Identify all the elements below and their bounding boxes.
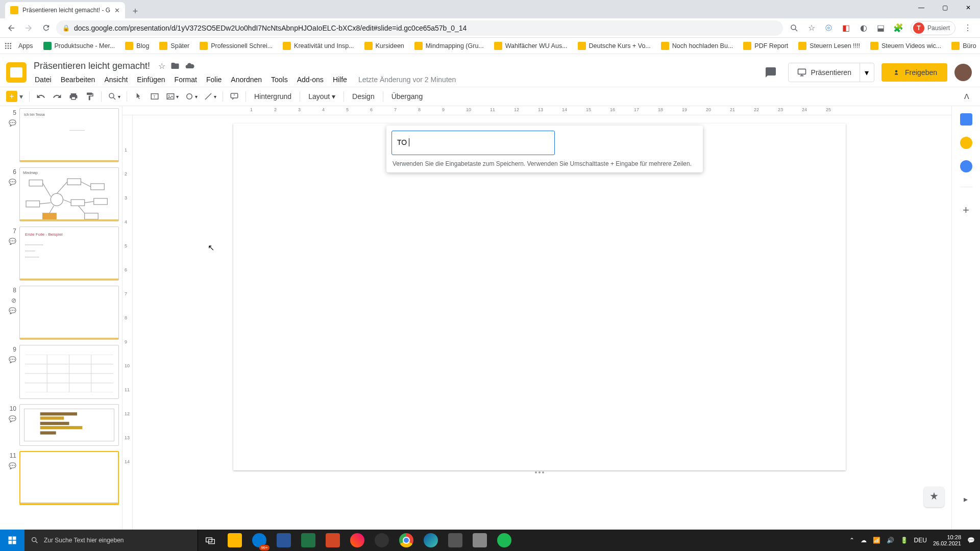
bookmark-wahlfaecher[interactable]: Wahlfächer WU Aus... [490, 40, 572, 52]
cloud-status-icon[interactable] [185, 61, 195, 71]
bookmark-pdf-report[interactable]: PDF Report [739, 40, 792, 52]
slide-thumb-6[interactable]: 6💬 Mindmap [2, 167, 119, 221]
close-tab-icon[interactable]: ✕ [114, 7, 120, 14]
present-button[interactable]: Präsentieren [789, 63, 860, 82]
menu-ansicht[interactable]: Ansicht [100, 73, 132, 86]
textbox-tool[interactable]: T [148, 89, 162, 104]
menu-einfuegen[interactable]: Einfügen [133, 73, 169, 86]
zoom-button[interactable]: ▾ [106, 89, 122, 104]
bookmark-noch-hochladen[interactable]: Noch hochladen Bu... [657, 40, 738, 52]
bookmark-professionell[interactable]: Professionell Schrei... [195, 40, 277, 52]
task-view-button[interactable] [198, 530, 223, 551]
blocker-icon[interactable]: ◧ [841, 23, 851, 33]
explore-button[interactable] [924, 487, 944, 507]
zoom-icon[interactable] [789, 23, 799, 33]
profile-chip[interactable]: T Pausiert [911, 21, 955, 35]
present-dropdown[interactable]: ▾ [860, 63, 874, 82]
slide-thumb-8[interactable]: 8⊘💬 [2, 286, 119, 340]
volume-icon[interactable]: 🔊 [887, 537, 894, 544]
slide-thumb-9[interactable]: 9💬 [2, 345, 119, 399]
menu-folie[interactable]: Folie [202, 73, 226, 86]
browser-tab[interactable]: Präsentieren leicht gemacht! - G ✕ [5, 2, 125, 18]
obs-icon[interactable] [370, 530, 394, 551]
keep-icon[interactable] [960, 137, 972, 149]
add-addon-button[interactable]: + [963, 204, 969, 217]
bookmark-apps[interactable]: Apps [14, 40, 37, 52]
minimize-button[interactable]: — [910, 0, 933, 15]
move-doc-icon[interactable] [170, 61, 180, 70]
comments-button[interactable] [761, 62, 781, 83]
word-icon[interactable] [272, 530, 296, 551]
language-indicator[interactable]: DEU [914, 537, 927, 544]
reader-icon[interactable]: ⦾ [824, 23, 834, 33]
maximize-button[interactable]: ▢ [933, 0, 957, 15]
apps-button[interactable] [4, 40, 12, 52]
bookmark-deutsche-kurs[interactable]: Deutsche Kurs + Vo... [574, 40, 655, 52]
start-button[interactable] [0, 530, 24, 551]
slide-thumb-5[interactable]: 5💬 Ich bin Tessa [2, 108, 119, 162]
comment-input[interactable]: TO [391, 131, 555, 155]
clock[interactable]: 10:28 26.02.2021 [933, 534, 961, 546]
shape-tool[interactable]: ▾ [183, 89, 200, 104]
menu-datei[interactable]: Datei [31, 73, 56, 86]
powerpoint-icon[interactable] [321, 530, 345, 551]
layout-button[interactable]: Layout ▾ [304, 92, 339, 101]
slides-logo[interactable] [6, 62, 27, 83]
bookmark-blog[interactable]: Blog [121, 40, 153, 52]
bookmark-kreativitaet[interactable]: Kreativität und Insp... [279, 40, 358, 52]
menu-format[interactable]: Format [170, 73, 201, 86]
notifications-icon[interactable]: 💬 [967, 537, 975, 544]
background-button[interactable]: Hintergrund [250, 92, 296, 101]
document-title[interactable]: Präsentieren leicht gemacht! [31, 60, 153, 72]
reload-button[interactable] [39, 21, 53, 35]
app-icon-3[interactable] [468, 530, 492, 551]
star-doc-icon[interactable]: ☆ [158, 61, 165, 71]
print-button[interactable] [66, 89, 81, 104]
battery-icon[interactable]: 🔋 [900, 537, 908, 544]
star-icon[interactable]: ☆ [806, 23, 817, 33]
collapse-toolbar-button[interactable]: ᐱ [960, 89, 974, 104]
tray-chevron-icon[interactable]: ⌃ [849, 537, 854, 544]
extensions-puzzle-icon[interactable]: 🧩 [893, 23, 903, 33]
slide-thumb-7[interactable]: 7💬 Erste Folie - Beispiel━━━━━━━━━━━━━━━… [2, 227, 119, 281]
new-slide-button[interactable]: + ▾ [6, 91, 25, 102]
back-button[interactable] [4, 21, 18, 35]
notes-resize-handle[interactable] [529, 471, 550, 474]
bookmark-buero[interactable]: Büro [947, 40, 980, 52]
image-tool[interactable]: ▾ [164, 89, 181, 104]
bookmark-mindmapping[interactable]: Mindmapping (Gru... [410, 40, 488, 52]
bookmark-spaeter[interactable]: Später [155, 40, 193, 52]
menu-hilfe[interactable]: Hilfe [329, 73, 351, 86]
account-avatar[interactable] [954, 64, 972, 81]
excel-icon[interactable] [296, 530, 321, 551]
redo-button[interactable] [50, 89, 64, 104]
bookmark-steuern-videos[interactable]: Steuern Videos wic... [866, 40, 945, 52]
slide-filmstrip[interactable]: 5💬 Ich bin Tessa 6💬 Mindmap 7💬 Erste Fol… [0, 106, 122, 551]
onedrive-icon[interactable]: ☁ [861, 537, 867, 544]
design-button[interactable]: Design [348, 92, 379, 101]
app-icon-2[interactable] [443, 530, 468, 551]
close-window-button[interactable]: ✕ [957, 0, 980, 15]
tasks-icon[interactable] [960, 160, 972, 172]
share-button[interactable]: Freigeben [881, 63, 947, 82]
bookmark-steuern-lesen[interactable]: Steuern Lesen !!!! [794, 40, 864, 52]
menu-bearbeiten[interactable]: Bearbeiten [57, 73, 100, 86]
menu-anordnen[interactable]: Anordnen [227, 73, 266, 86]
address-bar[interactable]: 🔒 docs.google.com/presentation/d/1yV372S… [56, 20, 783, 36]
forward-button[interactable] [21, 21, 36, 35]
chrome-menu-icon[interactable]: ⋮ [963, 23, 973, 33]
slide-thumb-10[interactable]: 10💬 [2, 404, 119, 446]
chrome-icon[interactable] [394, 530, 419, 551]
wifi-icon[interactable]: 📶 [873, 537, 880, 544]
expand-side-panel[interactable]: ▸ [958, 491, 974, 507]
paint-format-button[interactable] [83, 89, 97, 104]
undo-button[interactable] [34, 89, 48, 104]
taskbar-search[interactable]: Zur Suche Text hier eingeben [24, 530, 198, 551]
comment-tool[interactable] [227, 89, 241, 104]
bookmark-kursideen[interactable]: Kursideen [360, 40, 408, 52]
file-explorer-icon[interactable] [223, 530, 247, 551]
calendar-icon[interactable] [960, 113, 972, 126]
line-tool[interactable]: ▾ [202, 89, 218, 104]
menu-addons[interactable]: Add-ons [293, 73, 328, 86]
spotify-icon[interactable] [492, 530, 517, 551]
